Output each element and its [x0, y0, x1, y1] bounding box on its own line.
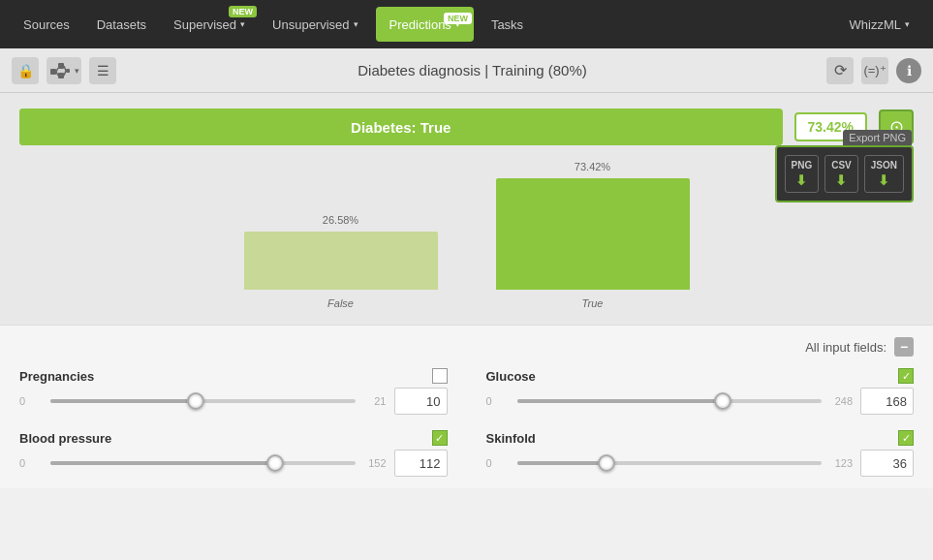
false-bar — [244, 232, 438, 290]
nav-unsupervised-label: Unsupervised — [272, 17, 350, 32]
nav-predictions[interactable]: Predictions ▾ NEW — [376, 7, 474, 42]
csv-label: CSV — [831, 160, 852, 171]
glucose-header: Glucose ✓ — [486, 368, 915, 384]
pregnancies-min: 0 — [19, 395, 43, 407]
input-pregnancies: Pregnancies 0 21 — [19, 368, 448, 415]
pregnancies-thumb[interactable] — [187, 392, 204, 410]
glucose-slider[interactable] — [517, 391, 823, 411]
export-png-button[interactable]: PNG ⬇ — [785, 155, 820, 193]
info-icon[interactable]: ℹ — [896, 58, 921, 83]
new-badge: NEW — [229, 6, 257, 17]
navbar: Sources Datasets Supervised ▾ NEW Unsupe… — [0, 0, 933, 48]
bp-min: 0 — [19, 457, 43, 469]
lock-icon[interactable]: 🔒 — [12, 57, 39, 84]
inputs-header: All input fields: − — [19, 337, 914, 357]
nav-account-label: WhizzML — [850, 17, 901, 32]
svg-line-5 — [56, 72, 58, 76]
list-icon[interactable]: ☰ — [89, 57, 116, 84]
page-title: Diabetes diagnosis | Training (80%) — [126, 62, 819, 78]
glucose-value-input[interactable] — [860, 388, 914, 415]
model-icon[interactable]: ▾ — [47, 57, 81, 84]
pregnancies-checkbox[interactable] — [432, 368, 448, 384]
glucose-thumb[interactable] — [714, 392, 731, 410]
pregnancies-label: Pregnancies — [19, 369, 94, 384]
skinfold-checkbox[interactable]: ✓ — [898, 430, 914, 446]
glucose-min: 0 — [486, 395, 510, 407]
glucose-max: 248 — [829, 395, 853, 407]
export-json-button[interactable]: JSON ⬇ — [864, 155, 904, 193]
nav-tasks-label: Tasks — [491, 17, 523, 32]
pregnancies-header: Pregnancies — [19, 368, 448, 384]
nav-supervised[interactable]: Supervised ▾ NEW — [160, 0, 259, 48]
pregnancies-track — [50, 399, 356, 403]
chevron-down-icon: ▾ — [905, 19, 910, 29]
nav-sources-label: Sources — [23, 17, 70, 32]
nav-datasets-label: Datasets — [97, 17, 146, 32]
nav-datasets[interactable]: Datasets — [83, 0, 160, 48]
chevron-down-icon: ▾ — [75, 66, 79, 76]
export-dropdown-label: Export PNG — [843, 130, 912, 145]
skinfold-header: Skinfold ✓ — [486, 430, 915, 446]
chevron-down-icon: ▾ — [240, 19, 245, 29]
false-axis-label: False — [327, 297, 354, 309]
true-axis-label: True — [582, 297, 604, 309]
pregnancies-slider-row: 0 21 — [19, 388, 448, 415]
skinfold-label: Skinfold — [486, 431, 536, 446]
blood-pressure-header: Blood pressure ✓ — [19, 430, 448, 446]
false-pct-label: 26.58% — [323, 214, 358, 226]
pregnancies-fill — [50, 399, 196, 403]
nav-unsupervised[interactable]: Unsupervised ▾ — [259, 0, 372, 48]
collapse-button[interactable]: − — [894, 337, 914, 357]
true-bar — [496, 178, 690, 290]
json-label: JSON — [871, 160, 897, 171]
blood-pressure-value-input[interactable] — [394, 450, 448, 477]
skinfold-max: 123 — [829, 457, 853, 469]
chart-false-group: 26.58% False — [244, 214, 438, 309]
blood-pressure-slider-row: 0 152 — [19, 450, 448, 477]
bp-fill — [50, 461, 275, 465]
inputs-grid: Pregnancies 0 21 Glucose ✓ — [19, 368, 914, 477]
pregnancies-value-input[interactable] — [394, 388, 448, 415]
nav-tasks[interactable]: Tasks — [478, 0, 537, 48]
bp-track — [50, 461, 356, 465]
chevron-down-icon: ▾ — [354, 19, 358, 29]
png-label: PNG — [792, 160, 813, 171]
refresh-icon[interactable]: ⟳ — [826, 57, 854, 84]
export-dropdown: Export PNG PNG ⬇ CSV ⬇ JSON ⬇ — [775, 145, 914, 202]
blood-pressure-checkbox[interactable]: ✓ — [432, 430, 448, 446]
bp-max: 152 — [363, 457, 387, 469]
skinfold-value-input[interactable] — [860, 450, 914, 477]
download-icon: ⬇ — [835, 172, 847, 188]
export-csv-button[interactable]: CSV ⬇ — [824, 155, 858, 193]
toolbar: 🔒 ▾ ☰ Diabetes diagnosis | Training (80%… — [0, 48, 933, 93]
input-skinfold: Skinfold ✓ 0 123 — [486, 430, 915, 477]
svg-rect-3 — [66, 69, 70, 73]
download-icon: ⬇ — [878, 172, 889, 188]
true-pct-label: 73.42% — [575, 161, 610, 172]
glucose-checkbox[interactable]: ✓ — [898, 368, 914, 384]
split-icon[interactable]: (=)⁺ — [861, 57, 888, 84]
pregnancies-max: 21 — [363, 395, 387, 407]
skinfold-thumb[interactable] — [598, 454, 615, 472]
svg-line-7 — [64, 71, 66, 76]
skinfold-fill — [517, 461, 606, 465]
skinfold-slider-row: 0 123 — [486, 450, 915, 477]
pregnancies-slider[interactable] — [50, 391, 356, 411]
bp-thumb[interactable] — [266, 454, 284, 472]
nav-sources[interactable]: Sources — [10, 0, 83, 48]
skinfold-min: 0 — [486, 457, 510, 469]
skinfold-track — [517, 461, 823, 465]
blood-pressure-slider[interactable] — [50, 453, 356, 473]
all-input-fields-label: All input fields: — [805, 340, 886, 355]
glucose-track — [517, 399, 823, 403]
svg-rect-1 — [58, 63, 64, 69]
nav-predictions-label: Predictions — [389, 17, 451, 32]
svg-line-6 — [64, 66, 66, 71]
result-row: Diabetes: True 73.42% ⊙ — [19, 109, 914, 145]
input-blood-pressure: Blood pressure ✓ 0 152 — [19, 430, 448, 477]
svg-rect-0 — [50, 69, 56, 75]
inputs-section: All input fields: − Pregnancies 0 21 — [0, 325, 933, 488]
nav-supervised-label: Supervised — [173, 17, 236, 32]
skinfold-slider[interactable] — [517, 453, 823, 473]
nav-account[interactable]: WhizzML ▾ — [836, 0, 923, 48]
